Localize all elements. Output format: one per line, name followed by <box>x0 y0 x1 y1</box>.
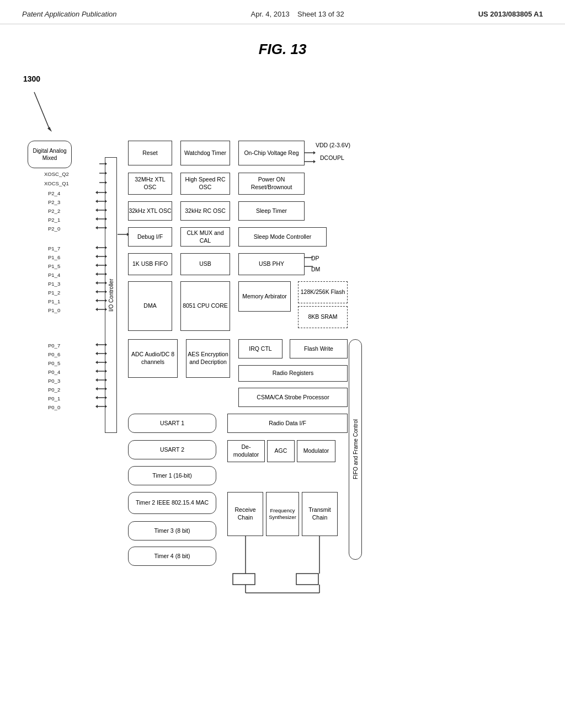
pin-p2-2: P2_2 <box>48 208 60 214</box>
block-debug-if: Debug I/F <box>128 227 172 247</box>
pin-p1-5: P1_5 <box>48 263 60 269</box>
block-flash-write: Flash Write <box>290 339 348 358</box>
pin-p0-2: P0_2 <box>48 387 60 393</box>
pin-p1-3: P1_3 <box>48 281 60 287</box>
svg-marker-13 <box>95 208 98 212</box>
block-demodulator: De- modulator <box>227 440 265 462</box>
block-modulator: Modulator <box>297 440 335 462</box>
pin-p0-6: P0_6 <box>48 351 60 357</box>
block-timer4: Timer 4 (8 bit) <box>128 547 216 566</box>
pin-p0-5: P0_5 <box>48 360 60 366</box>
block-clk-mux: CLK MUX and CAL <box>180 227 230 247</box>
block-timer2: Timer 2 IEEE 802.15.4 MAC <box>128 492 216 514</box>
diagram-container: 1300 RESET_N XOSC_Q2 XOCS_Q1 P2_4 P2_3 P… <box>18 69 547 676</box>
block-agc: AGC <box>267 440 295 462</box>
svg-marker-52 <box>95 361 98 364</box>
block-dma: DMA <box>128 281 172 331</box>
page-header: Patent Application Publication Apr. 4, 2… <box>0 0 565 24</box>
svg-marker-19 <box>95 226 98 229</box>
pin-p0-0: P0_0 <box>48 404 60 410</box>
svg-marker-74 <box>313 160 316 163</box>
diagram-id-label: 1300 <box>23 74 40 83</box>
svg-marker-58 <box>95 378 98 382</box>
block-radio-data: Radio Data I/F <box>227 414 348 433</box>
block-transmit-chain: Transmit Chain <box>302 492 338 536</box>
svg-marker-37 <box>95 290 98 293</box>
io-controller-label: I/O Controller <box>105 157 117 433</box>
header-left: Patent Application Publication <box>22 10 117 18</box>
block-digital-analog: Digital Analog Mixed <box>28 141 72 168</box>
vdd-label: VDD (2-3.6V) <box>316 142 350 148</box>
pin-p1-2: P1_2 <box>48 290 60 296</box>
pin-p1-6: P1_6 <box>48 254 60 260</box>
block-receive-chain: Receive Chain <box>227 492 263 536</box>
rf-n-label: RF_N <box>299 576 315 583</box>
block-timer1: Timer 1 (16-bit) <box>128 466 216 485</box>
block-sleep-timer: Sleep Timer <box>238 201 305 221</box>
pin-p1-7: P1_7 <box>48 245 60 251</box>
svg-marker-34 <box>95 281 98 285</box>
svg-marker-10 <box>95 200 98 203</box>
pin-p2-4: P2_4 <box>48 190 60 196</box>
svg-marker-31 <box>95 272 98 276</box>
rf-p-label: RF_P <box>233 576 248 583</box>
block-timer3: Timer 3 (8 bit) <box>128 521 216 540</box>
pin-p2-0: P2_0 <box>48 226 60 232</box>
pin-p2-3: P2_3 <box>48 199 60 205</box>
block-usart2: USART 2 <box>128 440 216 459</box>
header-center: Apr. 4, 2013 Sheet 13 of 32 <box>251 10 344 18</box>
svg-marker-28 <box>95 264 98 267</box>
main-content: FIG. 13 1300 RESET_N XOSC_Q2 XOCS_Q1 P2_… <box>0 24 565 687</box>
block-high-speed-rc: High Speed RC OSC <box>180 173 230 195</box>
pin-p0-3: P0_3 <box>48 378 60 384</box>
svg-marker-61 <box>95 387 98 390</box>
pin-p1-4: P1_4 <box>48 272 60 278</box>
svg-marker-55 <box>95 370 98 373</box>
svg-marker-16 <box>95 217 98 221</box>
pin-p0-4: P0_4 <box>48 369 60 375</box>
svg-marker-7 <box>95 191 98 194</box>
block-radio-registers: Radio Registers <box>238 365 348 382</box>
svg-marker-25 <box>95 255 98 258</box>
block-32mhz-xtl: 32MHz XTL OSC <box>128 173 172 195</box>
svg-marker-46 <box>95 343 98 346</box>
pin-p1-1: P1_1 <box>48 298 60 304</box>
block-memory-arb: Memory Arbirator <box>238 281 291 312</box>
dp-label: DP <box>311 255 319 261</box>
svg-marker-49 <box>95 352 98 355</box>
header-right: US 2013/083805 A1 <box>478 10 543 18</box>
block-reset: Reset <box>128 141 172 165</box>
fifo-frame-label: FIFO and Frame Control <box>349 339 362 560</box>
svg-marker-22 <box>95 246 98 249</box>
block-csma-processor: CSMA/CA Strobe Processor <box>238 388 348 407</box>
block-aes: AES Encryption and Decription <box>186 339 230 378</box>
pin-p0-1: P0_1 <box>48 395 60 402</box>
block-watchdog-timer: Watchdog Timer <box>180 141 230 165</box>
svg-marker-43 <box>95 308 98 311</box>
fig-label: FIG. 13 <box>17 41 548 58</box>
block-sram-8kb: 8KB SRAM <box>298 306 348 328</box>
svg-marker-40 <box>95 299 98 302</box>
block-32khz-rc: 32kHz RC OSC <box>180 201 230 221</box>
block-8051-cpu: 8051 CPU CORE <box>180 281 230 331</box>
block-usb-phy: USB PHY <box>238 253 305 275</box>
block-freq-synth: Frequency Synthesizer <box>266 492 299 536</box>
block-usart1: USART 1 <box>128 414 216 433</box>
block-irq-ctl: IRQ CTL <box>238 339 282 358</box>
block-usb: USB <box>180 253 230 275</box>
pin-xocs-q1: XOCS_Q1 <box>44 180 69 186</box>
block-32khz-xtl: 32kHz XTL OSC <box>128 201 172 221</box>
dm-label: DM <box>311 266 320 272</box>
pin-p1-0: P1_0 <box>48 307 60 313</box>
svg-line-85 <box>34 92 50 130</box>
block-sleep-mode-ctrl: Sleep Mode Controller <box>238 227 327 247</box>
svg-marker-86 <box>47 127 52 132</box>
block-on-chip-voltage: On-Chip Voltage Reg <box>238 141 305 165</box>
block-usb-fifo: 1K USB FIFO <box>128 253 172 275</box>
pin-p0-7: P0_7 <box>48 342 60 349</box>
pin-p2-1: P2_1 <box>48 217 60 223</box>
svg-marker-72 <box>313 151 316 154</box>
block-adc-audio: ADC Audio/DC 8 channels <box>128 339 178 378</box>
svg-marker-64 <box>95 396 98 399</box>
dcoupl-label: DCOUPL <box>320 154 344 161</box>
